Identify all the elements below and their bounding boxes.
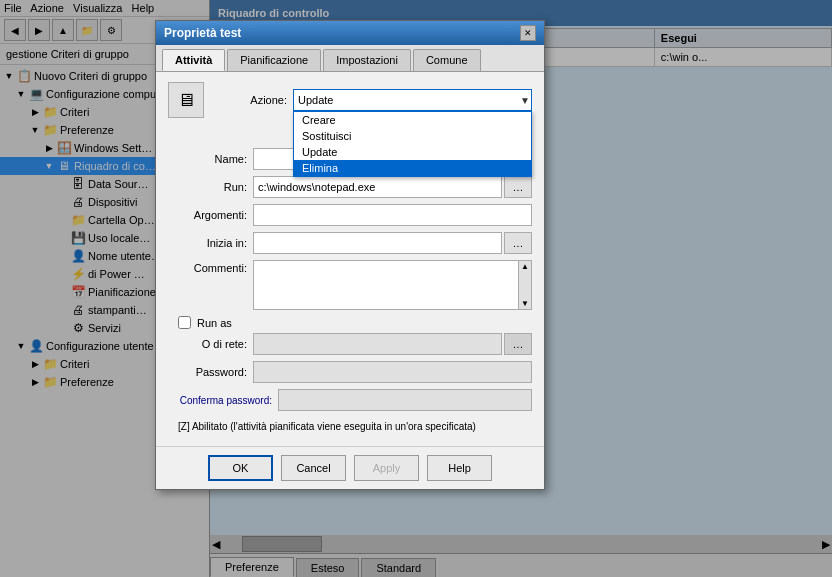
modal-content: 🖥 Azione: Update ▼ Creare Sostituisci Up… [156, 72, 544, 446]
startin-field-container: … [253, 232, 532, 254]
comments-label: Commenti: [168, 260, 253, 274]
modal-tab-impostazioni[interactable]: Impostazioni [323, 49, 411, 71]
confirm-password-input[interactable] [278, 389, 532, 411]
modal-dialog: Proprietà test ✕ Attività Pianificazione… [155, 20, 545, 490]
option-elimina[interactable]: Elimina [294, 160, 531, 176]
modal-footer: OK Cancel Apply Help [156, 446, 544, 489]
arguments-input[interactable] [253, 204, 532, 226]
password-row: Password: [168, 361, 532, 383]
comments-row: Commenti: ▲ ▼ [168, 260, 532, 310]
network-input[interactable] [253, 333, 502, 355]
modal-title: Proprietà test [164, 26, 241, 40]
run-label: Run: [168, 181, 253, 193]
option-sostituisci[interactable]: Sostituisci [294, 128, 531, 144]
scroll-up-icon: ▲ [521, 262, 529, 271]
modal-close-button[interactable]: ✕ [520, 25, 536, 41]
run-as-checkbox[interactable] [178, 316, 191, 329]
confirm-password-row: Conferma password: [168, 389, 532, 411]
password-input[interactable] [253, 361, 532, 383]
arguments-row: Argomenti: [168, 204, 532, 226]
startin-row: Inizia in: … [168, 232, 532, 254]
help-button[interactable]: Help [427, 455, 492, 481]
run-input[interactable] [253, 176, 502, 198]
arguments-label: Argomenti: [168, 209, 253, 221]
confirm-password-label: Conferma password: [168, 395, 278, 406]
modal-tab-pianificazione[interactable]: Pianificazione [227, 49, 321, 71]
run-row: Run: … [168, 176, 532, 198]
startin-browse-button[interactable]: … [504, 232, 532, 254]
option-creare[interactable]: Creare [294, 112, 531, 128]
dropdown-popup: Creare Sostituisci Update Elimina [293, 111, 532, 177]
azione-row: 🖥 Azione: Update ▼ Creare Sostituisci Up… [168, 82, 532, 118]
modal-tabs: Attività Pianificazione Impostazioni Com… [156, 45, 544, 72]
name-label: Name: [168, 153, 253, 165]
comments-field-container: ▲ ▼ [253, 260, 532, 310]
textarea-scrollbar[interactable]: ▲ ▼ [518, 260, 532, 310]
modal-title-buttons: ✕ [520, 25, 536, 41]
enabled-text: [Z] Abilitato (l'attività pianificata vi… [168, 417, 532, 436]
startin-input[interactable] [253, 232, 502, 254]
network-label: O di rete: [168, 338, 253, 350]
azione-dropdown[interactable]: Update ▼ Creare Sostituisci Update Elimi… [293, 89, 532, 111]
comments-textarea[interactable] [253, 260, 532, 310]
option-update-item[interactable]: Update [294, 144, 531, 160]
azione-icon: 🖥 [168, 82, 204, 118]
network-field-container: … [253, 333, 532, 355]
modal-tab-comune[interactable]: Comune [413, 49, 481, 71]
password-label: Password: [168, 366, 253, 378]
cancel-button[interactable]: Cancel [281, 455, 346, 481]
apply-button[interactable]: Apply [354, 455, 419, 481]
ok-button[interactable]: OK [208, 455, 273, 481]
startin-label: Inizia in: [168, 237, 253, 249]
run-as-row: Run as [168, 316, 532, 329]
modal-titlebar: Proprietà test ✕ [156, 21, 544, 45]
network-row: O di rete: … [168, 333, 532, 355]
run-field-container: … [253, 176, 532, 198]
modal-tab-attivita[interactable]: Attività [162, 49, 225, 71]
azione-select[interactable]: Update [293, 89, 532, 111]
scroll-down-icon: ▼ [521, 299, 529, 308]
network-browse-button[interactable]: … [504, 333, 532, 355]
run-as-label: Run as [197, 317, 232, 329]
run-browse-button[interactable]: … [504, 176, 532, 198]
azione-label: Azione: [208, 94, 293, 106]
